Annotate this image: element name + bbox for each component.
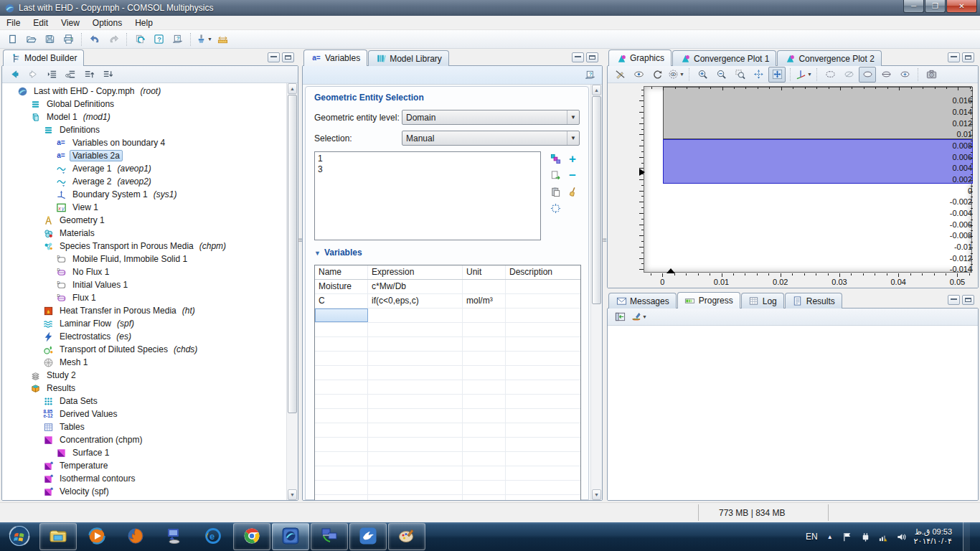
scroll-up-icon[interactable]: ▲ <box>592 85 601 95</box>
panel-minimize-button[interactable] <box>948 295 960 305</box>
cell-name[interactable] <box>315 466 368 480</box>
mb-movedown-button[interactable] <box>99 67 116 83</box>
cell-unit[interactable] <box>463 323 506 336</box>
cell-description[interactable] <box>506 466 580 480</box>
cell-unit[interactable] <box>463 409 506 423</box>
tray-power-icon[interactable] <box>860 531 872 542</box>
cell-expression[interactable] <box>368 423 463 437</box>
cell-unit[interactable] <box>463 481 506 494</box>
tree-item[interactable]: Species Transport in Porous Media(chpm) <box>2 240 286 253</box>
selected-domain[interactable] <box>663 139 973 184</box>
cell-expression[interactable] <box>368 409 463 423</box>
cell-expression[interactable] <box>368 495 463 500</box>
help-button[interactable]: ? <box>150 32 167 47</box>
tree-item[interactable]: a=Variables 2a <box>2 149 286 162</box>
documentation-button[interactable]: ? <box>169 32 186 47</box>
tab-messages[interactable]: Messages <box>608 293 677 309</box>
g-hide-button[interactable] <box>611 67 628 83</box>
menu-file[interactable]: File <box>0 17 27 29</box>
brush-button[interactable]: ▼ <box>195 32 212 47</box>
i-dock-button[interactable] <box>611 309 628 325</box>
column-header-name[interactable]: Name <box>315 265 368 279</box>
tab-log[interactable]: Log <box>741 293 784 309</box>
tree-item[interactable]: Definitions <box>2 123 286 136</box>
taskbar-paint[interactable] <box>388 523 425 550</box>
cell-unit[interactable] <box>463 352 506 365</box>
cell-unit[interactable]: mol/m³ <box>463 294 506 308</box>
taskbar-firefox[interactable] <box>117 523 154 550</box>
cell-description[interactable] <box>506 366 580 380</box>
cell-unit[interactable] <box>463 309 506 322</box>
tree-item[interactable]: Model 1(mod1) <box>2 110 286 123</box>
sel-clear-button[interactable] <box>565 184 580 199</box>
column-header-unit[interactable]: Unit <box>463 265 506 279</box>
tab-variables[interactable]: a=Variables <box>303 50 367 66</box>
g-zoom-in-button[interactable] <box>694 67 711 83</box>
sel-zoom-button[interactable] <box>547 201 563 216</box>
cell-description[interactable] <box>506 352 580 365</box>
dropdown-arrow-icon[interactable]: ▼ <box>807 72 812 77</box>
cell-description[interactable] <box>506 495 580 500</box>
cell-name[interactable] <box>315 337 368 351</box>
taskbar-internet-explorer[interactable]: e <box>194 523 232 550</box>
menu-help[interactable]: Help <box>128 17 159 29</box>
panel-maximize-button[interactable] <box>282 52 294 62</box>
g-zoom-box-button[interactable] <box>731 67 748 83</box>
cell-description[interactable] <box>506 380 580 394</box>
dropdown-arrow-icon[interactable]: ▼ <box>207 37 212 42</box>
tree-item[interactable]: Geometry 1 <box>2 214 286 227</box>
mb-forward-button[interactable] <box>24 67 42 83</box>
tree-item[interactable]: Laminar Flow(spf) <box>2 317 286 330</box>
cell-unit[interactable] <box>463 466 506 480</box>
cell-expression[interactable] <box>368 438 463 451</box>
cell-name[interactable] <box>315 409 368 423</box>
open-button[interactable] <box>22 32 39 47</box>
cell-description[interactable] <box>506 337 580 351</box>
column-header-description[interactable]: Description <box>506 265 580 279</box>
entity-level-select[interactable]: Domain ▼ <box>402 110 580 125</box>
tab-progress[interactable]: Progress <box>677 292 740 309</box>
tree-item[interactable]: DInitial Values 1 <box>2 278 286 291</box>
panel-minimize-button[interactable] <box>572 52 584 62</box>
cell-description[interactable] <box>506 409 580 423</box>
g-scene-button[interactable]: ▼ <box>667 67 684 83</box>
tree-item[interactable]: Velocity (spf) <box>2 485 286 498</box>
tree-item[interactable]: xyView 1 <box>2 201 286 214</box>
cell-expression[interactable] <box>368 337 463 351</box>
graphics-plot-area[interactable]: 0.0160.0140.0120.010.0080.0060.0040.0020… <box>608 83 978 288</box>
cell-description[interactable] <box>506 438 580 451</box>
scroll-thumb[interactable] <box>592 96 601 304</box>
tree-item[interactable]: Mesh 1 <box>2 356 286 369</box>
tree-item[interactable]: Boundary System 1(sys1) <box>2 188 286 201</box>
upper-domain[interactable] <box>663 87 973 139</box>
cell-name[interactable] <box>315 452 368 466</box>
i-color-button[interactable]: ▼ <box>630 309 647 325</box>
tree-item[interactable]: 8.85e-12Derived Values <box>2 408 286 420</box>
g-select-single-button[interactable] <box>859 67 876 83</box>
g-rotate-button[interactable] <box>649 67 666 83</box>
cell-name[interactable] <box>315 495 368 500</box>
cell-name[interactable] <box>315 395 368 408</box>
cell-description[interactable] <box>506 481 580 494</box>
menu-options[interactable]: Options <box>86 17 128 29</box>
panel-maximize-button[interactable] <box>586 52 598 62</box>
cell-expression[interactable]: c*Mw/Db <box>368 280 463 293</box>
g-default-view-button[interactable] <box>768 67 786 83</box>
scroll-thumb[interactable] <box>288 95 297 413</box>
tree-item[interactable]: Tables <box>2 420 286 433</box>
cell-expression[interactable] <box>368 380 463 394</box>
collapse-triangle-icon[interactable]: ▼ <box>314 250 321 257</box>
g-zoom-out-button[interactable] <box>712 67 730 83</box>
sel-active-button[interactable] <box>547 151 563 166</box>
measure-button[interactable] <box>214 32 231 47</box>
g-zoom-extents-button[interactable] <box>750 67 767 83</box>
selection-listbox[interactable]: 13 <box>314 151 541 240</box>
cell-expression[interactable] <box>368 395 463 408</box>
cell-unit[interactable] <box>463 452 506 466</box>
tab-model-library[interactable]: Model Library <box>368 50 449 66</box>
tree-item[interactable]: a=Variables on boundary 4 <box>2 136 286 149</box>
g-select-split-button[interactable] <box>877 67 895 83</box>
update-solution-button[interactable] <box>131 32 149 47</box>
g-select-button[interactable] <box>821 67 839 83</box>
tree-item[interactable]: DFlux 1 <box>2 291 286 304</box>
